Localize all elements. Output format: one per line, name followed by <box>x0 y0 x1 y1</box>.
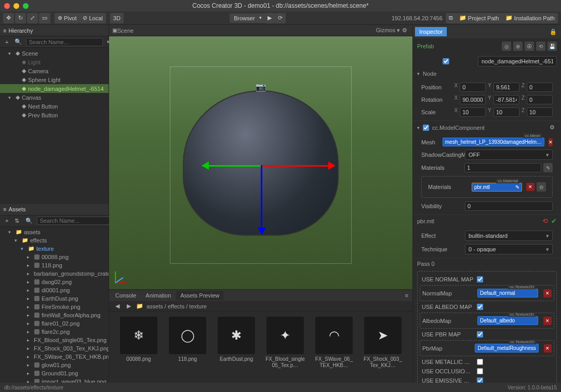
preview-target-dropdown[interactable]: Browser <box>230 13 264 23</box>
hierarchy-search-input[interactable] <box>26 38 103 46</box>
rot-x-input[interactable] <box>460 95 486 104</box>
asset-item[interactable]: ▸di0001.png <box>0 286 109 294</box>
preview-item[interactable]: ✱EarthDust.png <box>216 317 257 362</box>
assets-sort-icon[interactable]: ⇅ <box>12 217 21 225</box>
hierarchy-item[interactable]: ◆Next Button <box>0 102 109 111</box>
prefab-revert-icon[interactable]: ⟲ <box>536 42 545 51</box>
assets-add-icon[interactable]: + <box>3 217 10 225</box>
scene-viewport[interactable]: 📷 <box>109 36 412 289</box>
use-normal-checkbox[interactable] <box>477 276 483 282</box>
asset-item[interactable]: ▸00088.png <box>0 253 109 261</box>
pbr-clear-icon[interactable]: ✕ <box>544 344 552 353</box>
asset-item[interactable]: ▸FX_Blood_single05_Tex.png <box>0 336 109 344</box>
3d-toggle[interactable]: 3D <box>110 13 124 23</box>
inspector-lock-icon[interactable]: 🔒 <box>547 27 559 36</box>
preview-item[interactable]: ◯118.png <box>167 317 208 362</box>
refresh-button[interactable]: ⟳ <box>275 13 286 23</box>
assets-tree[interactable]: ▾📁assets▾📁effects▾📁texture▸00088.png▸118… <box>0 227 109 383</box>
prefab-save-icon[interactable]: 💾 <box>547 42 557 51</box>
material-field[interactable]: cc.Materialpbr.mtl✎ <box>472 183 522 192</box>
prefab-target-icon[interactable]: ◎ <box>502 42 511 51</box>
asset-item[interactable]: ▸EarthDust.png <box>0 294 109 303</box>
node-enabled-checkbox[interactable] <box>417 58 475 64</box>
albedo-clear-icon[interactable]: ✕ <box>543 317 552 325</box>
pivot-toggle[interactable]: ⊕ Pivot <box>55 13 79 23</box>
tab-console[interactable]: Console <box>111 291 140 300</box>
preview-item[interactable]: ❄00088.png <box>118 317 159 362</box>
asset-item[interactable]: ▸impact_wave03_blue.png <box>0 377 109 383</box>
play-button[interactable]: ▶ <box>264 13 275 23</box>
asset-item[interactable]: ▸flare01_02.png <box>0 319 109 328</box>
asset-item[interactable]: ▾📁texture <box>0 245 109 253</box>
mesh-clear-icon[interactable]: ✕ <box>549 138 553 146</box>
asset-item[interactable]: ▸FireSmoke.png <box>0 303 109 311</box>
asset-item[interactable]: ▸glow01.png <box>0 361 109 369</box>
asset-item[interactable]: ▸FX_Shock_003_Tex_KKJ.png <box>0 344 109 353</box>
mesh-field[interactable]: cc.Meshmesh_helmet_LP_13930damagedHelm… <box>443 138 544 146</box>
nav-back-icon[interactable]: ◀ <box>113 302 122 310</box>
use-metallic-checkbox[interactable] <box>477 359 483 365</box>
rot-y-input[interactable] <box>493 95 519 104</box>
assets-search-icon[interactable]: 🔍 <box>23 217 35 225</box>
preview-item[interactable]: ➤FX_Shock_003_Tex_KKJ… <box>363 317 403 369</box>
rot-z-input[interactable] <box>527 95 553 104</box>
asset-item[interactable]: ▸fireWall_floorAlpha.png <box>0 311 109 319</box>
asset-item[interactable]: ▾📁effects <box>0 236 109 245</box>
shadow-dropdown[interactable]: OFF <box>465 150 553 160</box>
asset-item[interactable]: ▸barbarian_groundstomp_crater.png <box>0 269 109 278</box>
hierarchy-item[interactable]: ◆node_damagedHelmet_-6514 <box>0 84 109 93</box>
scale-z-input[interactable] <box>527 107 553 117</box>
effect-dropdown[interactable]: builtin-standard <box>465 231 553 241</box>
asset-item[interactable]: ▸FX_SWave_06_TEX_HKB.png <box>0 353 109 361</box>
hierarchy-item[interactable]: ◆Camera <box>0 66 109 75</box>
panel-menu-icon[interactable]: ≡ <box>403 291 410 300</box>
use-occlusion-checkbox[interactable] <box>477 368 483 374</box>
node-name-input[interactable] <box>478 56 557 66</box>
material-apply-icon[interactable]: ✔ <box>551 217 557 225</box>
hierarchy-item[interactable]: ▾◆Canvas <box>0 93 109 102</box>
local-toggle[interactable]: ⊘ Local <box>79 13 105 23</box>
use-emissive-checkbox[interactable] <box>477 377 483 383</box>
preview-item[interactable]: ◠FX_SWave_06_TEX_HKB… <box>314 317 354 369</box>
pos-z-input[interactable] <box>527 83 553 92</box>
install-path-button[interactable]: 📁 Installation Path <box>502 13 558 23</box>
scale-tool-icon[interactable]: ⤢ <box>27 13 38 23</box>
component-enabled-checkbox[interactable] <box>423 125 429 131</box>
asset-item[interactable]: ▸Ground01.png <box>0 369 109 377</box>
use-pbr-checkbox[interactable] <box>477 331 483 337</box>
window-zoom[interactable] <box>23 3 29 9</box>
material-remove-icon[interactable]: ⊖ <box>537 182 546 192</box>
window-close[interactable] <box>4 3 10 9</box>
gizmo-x-axis[interactable] <box>261 165 328 167</box>
gizmos-dropdown[interactable]: Gizmos ▾ <box>376 27 400 34</box>
material-clear-icon[interactable]: ✕ <box>526 183 535 191</box>
breadcrumb[interactable]: assets / effects / texture <box>146 303 207 309</box>
materials-edit-icon[interactable]: ✎ <box>543 163 553 172</box>
preview-item[interactable]: ✦FX_Blood_single05_Tex.p… <box>265 317 305 369</box>
visibility-input[interactable] <box>465 201 553 211</box>
node-section-header[interactable]: ▾Node <box>413 69 561 79</box>
hierarchy-item[interactable]: ◆Prev Button <box>0 111 109 119</box>
scale-y-input[interactable] <box>493 107 519 117</box>
rect-tool-icon[interactable]: ▭ <box>39 13 50 23</box>
scene-tab[interactable]: Scene <box>117 28 133 34</box>
albedo-map-field[interactable]: cc.Texture2DDefault_albedo <box>477 316 538 325</box>
rotate-tool-icon[interactable]: ↻ <box>15 13 26 23</box>
tab-animation[interactable]: Animation <box>141 291 175 300</box>
scale-x-input[interactable] <box>460 107 486 117</box>
component-settings-icon[interactable]: ⚙ <box>547 123 557 132</box>
hierarchy-search-icon[interactable]: 🔍 <box>12 37 24 46</box>
tab-assets-preview[interactable]: Assets Preview <box>176 291 223 300</box>
scene-settings-icon[interactable]: ⚙ <box>400 26 409 35</box>
move-tool-icon[interactable]: ✥ <box>3 13 14 23</box>
copy-ip-icon[interactable]: ⧉ <box>446 13 456 23</box>
asset-item[interactable]: ▸flare2c.png <box>0 328 109 336</box>
materials-count-input[interactable] <box>464 163 541 172</box>
pos-y-input[interactable] <box>493 83 519 92</box>
normal-clear-icon[interactable]: ✕ <box>543 289 552 298</box>
hierarchy-item[interactable]: ▾◆Scene <box>0 49 109 58</box>
material-revert-icon[interactable]: ⟲ <box>542 217 548 225</box>
prefab-locate-icon[interactable]: ⦿ <box>525 42 534 51</box>
assets-search-input[interactable] <box>37 217 114 225</box>
project-path-button[interactable]: 📁 Project Path <box>456 13 502 23</box>
